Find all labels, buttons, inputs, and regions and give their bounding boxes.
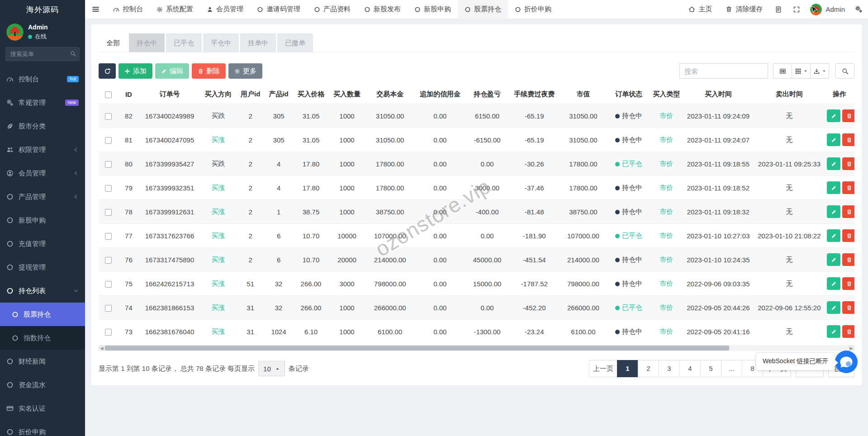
row-edit-button[interactable] xyxy=(827,325,840,338)
table-search-input[interactable] xyxy=(679,63,768,79)
nav-clear-cache[interactable]: 清除缓存 xyxy=(719,0,769,19)
page-number[interactable]: 2 xyxy=(638,360,659,377)
row-checkbox[interactable] xyxy=(105,305,112,312)
row-checkbox[interactable] xyxy=(105,113,112,120)
buy-type-label: 市价 xyxy=(659,280,673,287)
row-delete-button[interactable] xyxy=(842,229,854,242)
page-number[interactable]: 5 xyxy=(700,360,721,377)
nav-user[interactable]: Admin xyxy=(806,4,849,15)
refresh-button[interactable] xyxy=(99,63,116,79)
cell-pnl: 3000.00 xyxy=(465,176,509,200)
columns-button[interactable] xyxy=(792,63,811,79)
plus-icon xyxy=(124,68,130,74)
row-delete-button[interactable] xyxy=(842,301,854,314)
page-size-select[interactable]: 10 xyxy=(258,361,285,376)
fullscreen-icon[interactable] xyxy=(787,0,806,19)
page-number[interactable]: 1 xyxy=(617,360,638,377)
row-delete-button[interactable] xyxy=(842,277,854,290)
nav-item-product-info[interactable]: 产品资料 xyxy=(307,0,357,19)
document-icon[interactable] xyxy=(769,0,787,19)
cell-order-no: 1673317623766 xyxy=(140,224,200,248)
export-button[interactable] xyxy=(810,63,829,79)
nav-item-discount-buy[interactable]: 折价申购 xyxy=(508,0,558,19)
sidebar-item-position-list[interactable]: 持仓列表 xyxy=(0,279,85,303)
sidebar-item-deposit[interactable]: 充值管理 xyxy=(0,232,85,256)
delete-button[interactable]: 删除 xyxy=(192,63,226,79)
detail-view-button[interactable] xyxy=(773,63,792,79)
sidebar-item-general[interactable]: 常规管理new xyxy=(0,91,85,114)
nav-item-stock-position[interactable]: 股票持仓 xyxy=(458,0,508,19)
row-edit-button[interactable] xyxy=(827,181,840,194)
scrollbar-thumb[interactable] xyxy=(105,346,729,351)
row-delete-button[interactable] xyxy=(842,181,854,194)
cell-operations xyxy=(824,320,854,344)
sidebar-item-kyc[interactable]: 实名认证 xyxy=(0,397,85,420)
row-edit-button[interactable] xyxy=(827,253,840,266)
row-checkbox[interactable] xyxy=(105,329,112,336)
chevron-left-icon xyxy=(73,147,79,152)
row-edit-button[interactable] xyxy=(827,229,840,242)
row-delete-button[interactable] xyxy=(842,109,854,122)
page-number[interactable]: 4 xyxy=(679,360,701,377)
nav-item-dashboard[interactable]: 控制台 xyxy=(106,0,150,19)
nav-item-ipo-publish[interactable]: 新股发布 xyxy=(357,0,408,19)
edit-button[interactable]: 编辑 xyxy=(155,63,189,79)
row-edit-button[interactable] xyxy=(827,133,840,146)
page-number[interactable]: 3 xyxy=(659,360,680,377)
row-delete-button[interactable] xyxy=(842,205,854,218)
sidebar-item-stock-position[interactable]: 股票持仓 xyxy=(0,303,85,326)
tab-closed[interactable]: 已平仓 xyxy=(166,33,202,52)
scroll-left-arrow[interactable]: ◀ xyxy=(99,345,105,351)
page-prev[interactable]: 上一页 xyxy=(589,360,617,377)
row-checkbox[interactable] xyxy=(105,161,112,168)
add-button[interactable]: 添加 xyxy=(119,63,152,79)
row-checkbox[interactable] xyxy=(105,257,112,264)
row-edit-button[interactable] xyxy=(827,301,840,314)
row-delete-button[interactable] xyxy=(842,133,854,146)
tab-all[interactable]: 全部 xyxy=(99,33,128,52)
nav-item-system-config[interactable]: 系统配置 xyxy=(150,0,200,19)
row-edit-button[interactable] xyxy=(827,277,840,290)
row-edit-button[interactable] xyxy=(827,157,840,170)
scrollbar-track[interactable] xyxy=(105,345,848,351)
sidebar-search-input[interactable] xyxy=(5,47,80,61)
row-checkbox[interactable] xyxy=(105,185,112,192)
row-checkbox[interactable] xyxy=(105,137,112,144)
sidebar-item-dashboard[interactable]: 控制台hot xyxy=(0,67,85,91)
sidebar-item-fund-flow[interactable]: 资金流水 xyxy=(0,373,85,397)
row-delete-button[interactable] xyxy=(842,325,854,338)
tab-holding[interactable]: 持仓中 xyxy=(129,33,165,52)
search-button[interactable] xyxy=(835,63,854,79)
chat-bubble-icon[interactable] xyxy=(835,351,858,373)
nav-home[interactable]: 主页 xyxy=(682,0,719,19)
row-checkbox[interactable] xyxy=(105,233,112,240)
sidebar-item-market-category[interactable]: 股市分类 xyxy=(0,114,85,138)
sidebar-item-member[interactable]: 会员管理 xyxy=(0,161,85,185)
sidebar-item-finance-news[interactable]: 财经新闻 xyxy=(0,350,85,373)
nav-item-ipo-subscribe[interactable]: 新股申购 xyxy=(408,0,458,19)
page-ellipsis[interactable]: ... xyxy=(721,360,742,377)
sidebar-item-withdraw[interactable]: 提现管理 xyxy=(0,256,85,279)
row-edit-button[interactable] xyxy=(827,109,840,122)
nav-item-member[interactable]: 会员管理 xyxy=(200,0,250,19)
hamburger-icon[interactable] xyxy=(85,5,106,13)
sidebar-item-discount-buy[interactable]: 折价申购 xyxy=(0,420,85,436)
row-checkbox[interactable] xyxy=(105,209,112,216)
row-edit-button[interactable] xyxy=(827,205,840,218)
more-button[interactable]: 更多 xyxy=(228,63,262,79)
sidebar-item-permission[interactable]: 权限管理 xyxy=(0,138,85,161)
tab-cancelled[interactable]: 已撤单 xyxy=(277,33,313,52)
row-delete-button[interactable] xyxy=(842,253,854,266)
row-checkbox[interactable] xyxy=(105,281,112,288)
sidebar-item-index-position[interactable]: 指数持仓 xyxy=(0,326,85,350)
tab-pending[interactable]: 挂单中 xyxy=(240,33,276,52)
sidebar: 海外源码 Admin 在线 控制台hot常规管理new股市分类权限管理会员管理产… xyxy=(0,0,85,436)
settings-gears-icon[interactable] xyxy=(849,0,868,19)
select-all-checkbox[interactable] xyxy=(105,91,112,98)
nav-item-invite-code[interactable]: 邀请码管理 xyxy=(250,0,307,19)
row-delete-button[interactable] xyxy=(842,157,854,170)
tab-closing[interactable]: 平仓中 xyxy=(203,33,239,52)
sidebar-item-product[interactable]: 产品管理 xyxy=(0,185,85,209)
sidebar-item-ipo-subscribe[interactable]: 新股申购 xyxy=(0,209,85,232)
cell-status: 持仓中 xyxy=(607,104,650,128)
